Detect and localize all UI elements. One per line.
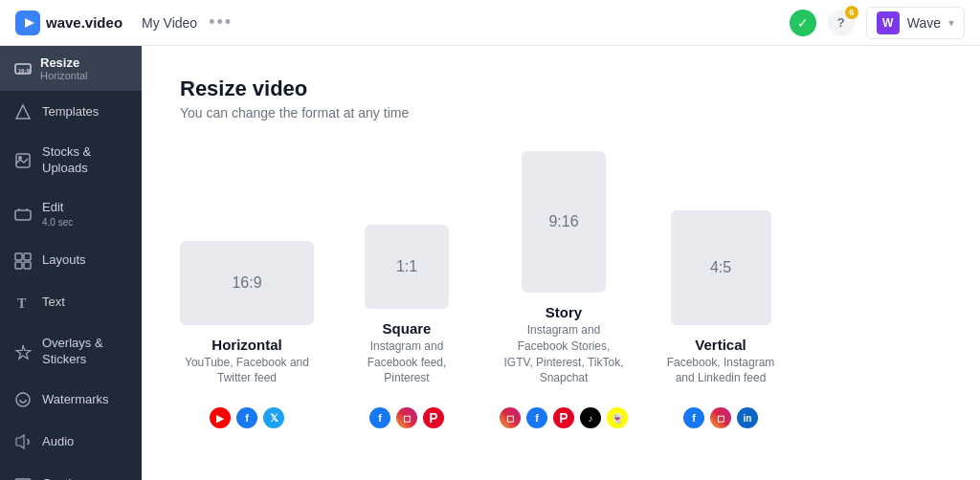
format-socials-vertical: f ◻ in: [683, 407, 758, 428]
format-socials-square: f ◻ P: [369, 407, 444, 428]
instagram-icon-sq: ◻: [396, 407, 417, 428]
sidebar-item-overlays[interactable]: Overlays & Stickers: [0, 324, 142, 380]
user-menu-button[interactable]: W Wave ▾: [866, 7, 965, 39]
instagram-icon-v: ◻: [710, 407, 731, 428]
resize-text: Resize Horizontal: [40, 55, 88, 81]
layouts-icon: [13, 251, 33, 271]
captions-icon: [13, 474, 33, 480]
resize-icon: 16:9: [13, 59, 33, 78]
format-story[interactable]: 9:16 Story Instagram and Facebook Storie…: [500, 151, 628, 428]
sidebar-item-stocks[interactable]: Stocks & Uploads: [0, 133, 142, 188]
pinterest-icon-st: P: [553, 407, 574, 428]
logo-text: wave.video: [46, 14, 122, 31]
format-info-vertical: Vertical Facebook, Instagram and Linkedi…: [658, 337, 783, 387]
sidebar-item-templates[interactable]: Templates: [0, 91, 142, 133]
pinterest-icon-sq: P: [423, 407, 444, 428]
sidebar: 16:9 Resize Horizontal Templates: [0, 46, 142, 480]
sidebar-item-edit[interactable]: Edit 4.0 sec: [0, 188, 142, 240]
stocks-label: Stocks & Uploads: [42, 144, 128, 177]
layouts-label: Layouts: [42, 252, 86, 269]
formats-grid: 16:9 Horizontal YouTube, Facebook and Tw…: [180, 151, 942, 428]
logo-icon: [15, 11, 40, 35]
watermarks-label: Watermarks: [42, 392, 109, 408]
svg-rect-12: [15, 262, 22, 269]
more-options-button[interactable]: •••: [209, 12, 233, 33]
audio-label: Audio: [42, 434, 74, 450]
format-shape-square: 1:1: [365, 225, 449, 309]
page-title: Resize video: [180, 76, 942, 101]
text-icon: T: [13, 294, 33, 313]
save-check-button[interactable]: ✓: [790, 10, 816, 36]
main-content: Resize video You can change the format a…: [142, 46, 980, 480]
svg-rect-13: [24, 262, 31, 269]
format-info-square: Square Instagram and Facebook feed, Pint…: [345, 320, 469, 386]
sidebar-item-layouts[interactable]: Layouts: [0, 240, 142, 282]
format-ratio-square: 1:1: [396, 258, 417, 275]
format-info-story: Story Instagram and Facebook Stories, IG…: [501, 304, 626, 386]
format-name-story: Story: [501, 304, 626, 320]
format-vertical[interactable]: 4:5 Vertical Facebook, Instagram and Lin…: [658, 210, 783, 429]
svg-rect-11: [24, 253, 31, 260]
format-desc-vertical: Facebook, Instagram and Linkedin feed: [658, 355, 783, 387]
resize-sub: Horizontal: [40, 70, 88, 81]
youtube-icon: ▶: [210, 407, 231, 428]
format-desc-story: Instagram and Facebook Stories, IGTV, Pi…: [501, 322, 626, 386]
svg-text:16:9: 16:9: [18, 68, 31, 74]
format-name-vertical: Vertical: [658, 337, 783, 353]
stocks-icon: [13, 151, 33, 170]
user-name: Wave: [907, 15, 941, 31]
overlays-label: Overlays & Stickers: [42, 336, 128, 368]
sidebar-item-watermarks[interactable]: Watermarks: [0, 379, 142, 421]
format-desc-horizontal: YouTube, Facebook and Twitter feed: [185, 355, 309, 387]
format-name-horizontal: Horizontal: [185, 337, 309, 353]
chevron-down-icon: ▾: [948, 16, 954, 30]
video-title[interactable]: My Video: [142, 15, 197, 31]
svg-marker-4: [16, 105, 30, 119]
sidebar-item-audio[interactable]: Audio: [0, 421, 142, 463]
logo[interactable]: wave.video: [15, 11, 122, 35]
sidebar-item-captions[interactable]: Captions: [0, 463, 142, 480]
format-socials-horizontal: ▶ f 𝕏: [210, 407, 284, 428]
captions-label: Captions: [42, 476, 91, 480]
facebook-icon-sq: f: [369, 407, 390, 428]
format-ratio-story: 9:16: [548, 213, 578, 230]
resize-label: Resize: [40, 55, 88, 70]
text-label: Text: [42, 295, 65, 311]
format-desc-square: Instagram and Facebook feed, Pinterest: [345, 338, 469, 386]
format-shape-vertical: 4:5: [671, 210, 771, 325]
overlays-icon: [13, 342, 33, 361]
help-badge: 6: [845, 6, 858, 19]
format-info-horizontal: Horizontal YouTube, Facebook and Twitter…: [185, 337, 309, 387]
facebook-icon-v: f: [683, 407, 704, 428]
format-ratio-horizontal: 16:9: [232, 274, 261, 292]
sidebar-item-resize[interactable]: 16:9 Resize Horizontal: [0, 46, 142, 91]
snapchat-icon-st: 👻: [607, 407, 628, 428]
svg-rect-10: [15, 253, 22, 260]
user-avatar: W: [877, 11, 900, 34]
format-ratio-vertical: 4:5: [710, 259, 731, 276]
format-shape-story: 9:16: [522, 151, 606, 293]
facebook-icon: f: [236, 407, 257, 428]
instagram-icon-st: ◻: [500, 407, 521, 428]
help-button[interactable]: ? 6: [828, 10, 855, 36]
twitter-icon: 𝕏: [263, 407, 284, 428]
templates-icon: [13, 102, 33, 121]
svg-point-15: [16, 393, 30, 406]
format-horizontal[interactable]: 16:9 Horizontal YouTube, Facebook and Tw…: [180, 241, 314, 429]
format-shape-horizontal: 16:9: [180, 241, 314, 325]
watermarks-icon: [13, 390, 33, 409]
body: 16:9 Resize Horizontal Templates: [0, 46, 980, 480]
edit-icon: [13, 205, 33, 224]
header: wave.video My Video ••• ✓ ? 6 W Wave ▾: [0, 0, 980, 46]
format-socials-story: ◻ f P ♪ 👻: [500, 407, 628, 428]
svg-rect-7: [15, 210, 31, 220]
page-subtitle: You can change the format at any time: [180, 105, 942, 120]
sidebar-item-text[interactable]: T Text: [0, 282, 142, 324]
templates-label: Templates: [42, 104, 99, 120]
format-name-square: Square: [345, 320, 469, 337]
tiktok-icon-st: ♪: [580, 407, 601, 428]
audio-icon: [13, 432, 33, 451]
format-square[interactable]: 1:1 Square Instagram and Facebook feed, …: [345, 225, 469, 428]
svg-text:T: T: [17, 296, 27, 311]
facebook-icon-st: f: [526, 407, 547, 428]
